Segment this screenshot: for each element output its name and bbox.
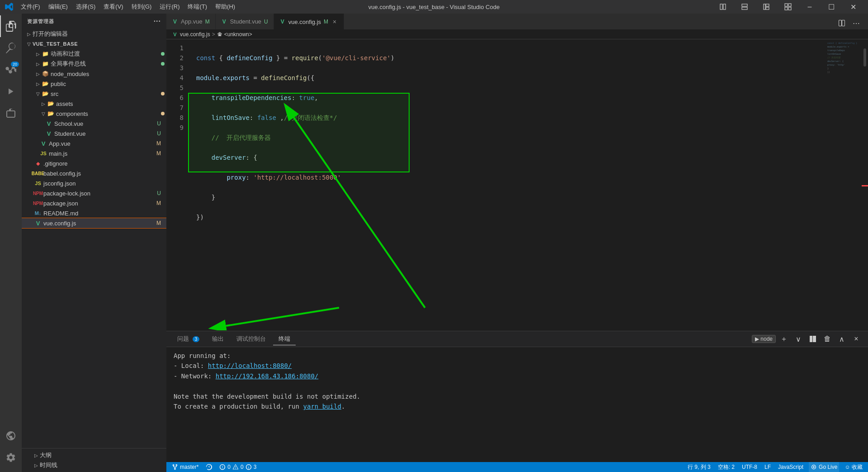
line-ending-status[interactable]: LF: [763, 462, 773, 472]
tab-close-button[interactable]: ×: [331, 18, 338, 25]
yarn-build-link[interactable]: yarn build: [303, 403, 341, 410]
sidebar-item-assets[interactable]: ▷ 📂 assets: [22, 99, 166, 109]
go-live-status[interactable]: Go Live: [809, 462, 839, 472]
output-label: 输出: [212, 335, 224, 342]
sidebar-item-components[interactable]: ▽ 📂 components: [22, 109, 166, 119]
split-editor-button[interactable]: [835, 17, 848, 29]
close-button[interactable]: ✕: [843, 0, 863, 14]
svg-rect-9: [785, 7, 788, 10]
layout-icon-3[interactable]: [756, 0, 777, 14]
sidebar-item-school-vue[interactable]: V School.vue U: [22, 119, 166, 129]
sidebar-item-babel-config[interactable]: BABE babel.config.js: [22, 168, 166, 178]
terminal-add-button[interactable]: ＋: [778, 333, 790, 345]
sidebar-item-readme[interactable]: M↓ README.md: [22, 208, 166, 218]
item-label: jsconfig.json: [43, 180, 166, 187]
errors-status[interactable]: 0 0 3: [217, 462, 258, 472]
item-label: main.js: [49, 150, 156, 157]
sidebar-item-src[interactable]: ▽ 📂 src: [22, 89, 166, 99]
git-branch-status[interactable]: master*: [170, 462, 200, 472]
open-editors-section[interactable]: ▷ 打开的编辑器: [22, 29, 166, 39]
menu-goto[interactable]: 转到(G): [128, 2, 156, 12]
menu-help[interactable]: 帮助(H): [212, 2, 239, 12]
run-icon[interactable]: [0, 81, 22, 102]
menu-view[interactable]: 查看(V): [100, 2, 127, 12]
terminal-dropdown[interactable]: ∨: [792, 333, 805, 345]
maximize-button[interactable]: ☐: [821, 0, 842, 14]
cursor-position-status[interactable]: 行 9, 列 3: [686, 462, 712, 472]
search-icon[interactable]: [0, 37, 22, 59]
language-status[interactable]: JavaScript: [776, 462, 805, 472]
sidebar-item-animation[interactable]: ▷ 📁 动画和过渡: [22, 49, 166, 59]
settings-icon[interactable]: [0, 447, 22, 468]
layout-icon-2[interactable]: [734, 0, 755, 14]
sidebar-item-package-json[interactable]: NPM package.json M: [22, 198, 166, 208]
menu-edit[interactable]: 编辑(E): [45, 2, 71, 12]
debug-console-label: 调试控制台: [236, 335, 266, 342]
item-label: Student.vue: [54, 130, 157, 137]
outline-section[interactable]: ▷ 大纲: [25, 450, 163, 460]
sync-status[interactable]: [204, 462, 214, 472]
explorer-icon[interactable]: [0, 15, 22, 37]
code-editor[interactable]: 1 2 3 4 5 6 7 8 9 const { defineConfig }…: [166, 39, 868, 331]
code-line-2: module.exports = defineConfig({: [196, 73, 826, 83]
tab-output[interactable]: 输出: [207, 333, 229, 345]
tab-badge: M: [324, 19, 328, 25]
feedback-status[interactable]: ☺ 收藏: [843, 462, 864, 472]
minimize-button[interactable]: –: [799, 0, 820, 14]
local-url[interactable]: http://localhost:8080/: [208, 362, 292, 369]
terminal-trash-button[interactable]: 🗑: [821, 333, 834, 345]
sidebar-item-node-modules[interactable]: ▷ 📦 node_modules: [22, 69, 166, 79]
folder-icon: 📂: [47, 110, 54, 117]
vue-icon: V: [40, 140, 47, 147]
terminal-collapse-button[interactable]: ∧: [835, 333, 848, 345]
menu-file[interactable]: 文件(F): [17, 2, 44, 12]
source-control-icon[interactable]: 20: [0, 59, 22, 81]
scrollbar-thumb[interactable]: [863, 48, 866, 67]
tab-app-vue[interactable]: V App.vue M: [166, 14, 216, 29]
sidebar-item-student-vue[interactable]: V Student.vue U: [22, 129, 166, 138]
account-icon[interactable]: [0, 425, 22, 447]
breadcrumb-toggle[interactable]: ⋯: [850, 17, 863, 29]
sidebar-item-jsconfig[interactable]: JS jsconfig.json: [22, 178, 166, 188]
tab-problems[interactable]: 问题 3: [172, 333, 205, 345]
sidebar-item-global-events[interactable]: ▷ 📁 全局事件总线: [22, 59, 166, 69]
network-url[interactable]: http://192.168.43.186:8080/: [216, 372, 319, 380]
sidebar-item-gitignore[interactable]: ◆ .gitignore: [22, 158, 166, 168]
sidebar-item-main-js[interactable]: JS main.js M: [22, 148, 166, 158]
item-label: node_modules: [51, 71, 166, 77]
menu-run[interactable]: 运行(R): [156, 2, 183, 12]
arrow: ▽: [34, 90, 42, 97]
layout-icon-1[interactable]: [712, 0, 733, 14]
sidebar-more-button[interactable]: ···: [154, 17, 161, 25]
tab-debug-console[interactable]: 调试控制台: [231, 333, 271, 345]
right-scrollbar[interactable]: [862, 39, 868, 331]
sidebar-item-app-vue[interactable]: V App.vue M: [22, 138, 166, 148]
indentation-status[interactable]: 空格: 2: [716, 462, 736, 472]
terminal-content[interactable]: App running at: - Local: http://localhos…: [166, 347, 868, 462]
cursor-position: 行 9, 列 3: [688, 463, 711, 471]
minimap: const { defineConfig } module.exports = …: [826, 39, 862, 331]
activity-bar: 20: [0, 14, 22, 472]
tab-student-vue[interactable]: V Student.vue U: [216, 14, 274, 29]
code-content[interactable]: const { defineConfig } = require('@vue/c…: [189, 39, 826, 331]
terminal-close-button[interactable]: ×: [850, 333, 863, 345]
svg-rect-0: [720, 4, 722, 10]
terminal-split-button[interactable]: [807, 333, 819, 345]
menu-select[interactable]: 选择(S): [72, 2, 99, 12]
extensions-icon[interactable]: [0, 102, 22, 124]
layout-grid-icon[interactable]: [778, 0, 798, 14]
timeline-section[interactable]: ▷ 时间线: [25, 460, 163, 470]
tab-terminal[interactable]: 终端: [273, 333, 296, 345]
item-label: src: [51, 91, 161, 97]
sidebar-item-vue-config[interactable]: V vue.config.js M: [22, 218, 166, 228]
line-ending: LF: [764, 464, 771, 470]
tab-vue-config[interactable]: V vue.config.js M ×: [274, 14, 344, 29]
sidebar-item-public[interactable]: ▷ 📂 public: [22, 79, 166, 89]
sidebar-item-package-lock[interactable]: NPM package-lock.json U: [22, 188, 166, 198]
root-folder[interactable]: ▽ VUE_TEST_BASE: [22, 39, 166, 49]
encoding-status[interactable]: UTF-8: [740, 462, 759, 472]
folder-icon: 📁: [42, 50, 49, 57]
status-dot: [161, 112, 165, 115]
term-line-4: [174, 381, 861, 391]
menu-terminal[interactable]: 终端(T): [184, 2, 211, 12]
